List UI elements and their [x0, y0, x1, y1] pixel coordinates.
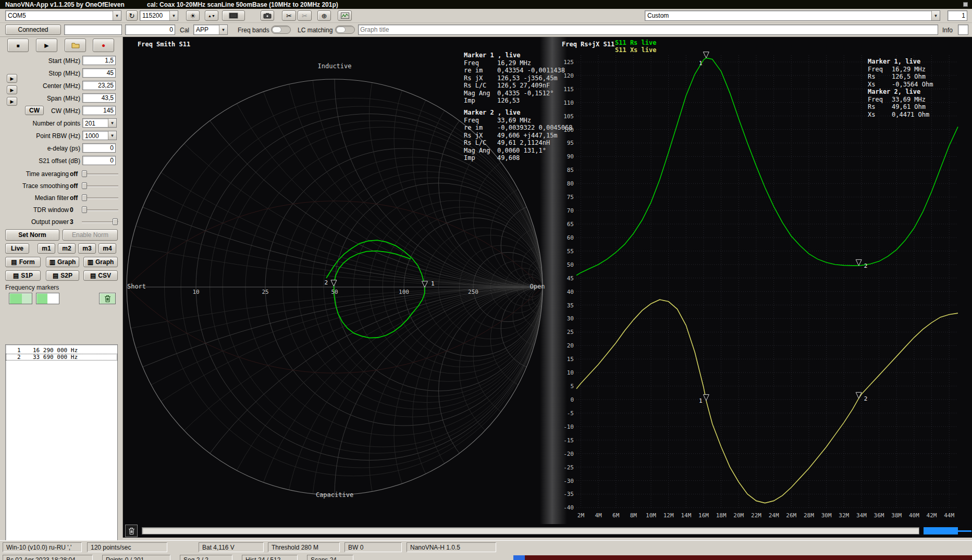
globe-button[interactable]: ⊕: [317, 10, 331, 21]
mem-m2-button[interactable]: m2: [58, 243, 76, 254]
median-filter-slider[interactable]: [82, 194, 118, 202]
slider-thumb[interactable]: [82, 170, 87, 177]
chevron-down-icon[interactable]: ▼: [219, 25, 227, 34]
cal-mode-select[interactable]: APP ▼: [193, 24, 228, 35]
s21-offset-input[interactable]: [82, 156, 116, 165]
status-scans: Scans 24: [307, 555, 353, 560]
open-folder-button[interactable]: [65, 39, 86, 52]
span-freq-input[interactable]: [82, 93, 116, 103]
status-points: Points 0 / 201: [102, 555, 170, 560]
scan-count-input[interactable]: [948, 10, 967, 21]
slider-thumb[interactable]: [82, 182, 87, 189]
split-button[interactable]: ✂: [282, 10, 296, 21]
legend-rs: S11 Rs live: [615, 39, 656, 46]
slider-thumb[interactable]: [82, 206, 87, 213]
marker-number: 2: [17, 354, 21, 360]
cw-freq-input[interactable]: [82, 106, 116, 115]
com-port-select[interactable]: COM5 ▼: [5, 10, 121, 21]
slider-thumb[interactable]: [113, 218, 118, 225]
svg-text:15: 15: [567, 356, 574, 363]
lc-matching-toggle[interactable]: [335, 26, 355, 34]
scan-scrollbar[interactable]: [142, 527, 919, 534]
screenshot-button[interactable]: [261, 10, 274, 21]
stop-button[interactable]: ■: [7, 39, 29, 52]
save-form-button[interactable]: ▤Form: [5, 257, 41, 267]
smith-capacitive-label: Capacitive: [316, 491, 353, 499]
smith-chart-title: Freq Smith S11: [138, 41, 190, 48]
mem-m4-button[interactable]: m4: [99, 243, 116, 254]
output-power-value: 3: [70, 218, 73, 226]
toolbar-row-1: COM5 ▼ ↻ 115200 ▼ ☀ ▲▼ ✂ ✂ ⊕ Custom ▼: [0, 9, 972, 23]
trace-smoothing-slider[interactable]: [82, 182, 118, 190]
smith-marker1-readout: Marker 1 , live Freq16,29 MHz re im0,433…: [464, 52, 565, 105]
play-button[interactable]: ▶: [36, 39, 57, 52]
start-freq-input[interactable]: [82, 56, 116, 65]
points-select[interactable]: 201 ▼: [82, 118, 117, 128]
status-rate: 120 points/sec: [87, 542, 167, 552]
chevron-down-icon[interactable]: ▼: [113, 11, 121, 20]
frequency-marker-list[interactable]: 1 16 290 000 Hz 2 33 690 000 Hz: [5, 344, 118, 560]
info-box[interactable]: [958, 24, 968, 35]
svg-text:2: 2: [324, 279, 328, 286]
record-button[interactable]: ●: [93, 39, 114, 52]
chevron-down-icon[interactable]: ▼: [169, 11, 178, 20]
waveform-button[interactable]: [338, 10, 352, 21]
svg-text:35: 35: [567, 302, 574, 309]
readout-title: Marker 1, live: [868, 58, 933, 66]
clear-trace-button[interactable]: [125, 525, 138, 537]
status-datetime: Вс 02 Apr 2023 18:28:04: [3, 555, 93, 560]
legend-xs: S11 Xs live: [615, 46, 656, 54]
marker2-color-swatch[interactable]: [36, 293, 59, 304]
baud-rate-select[interactable]: 115200 ▼: [140, 10, 178, 21]
chevron-down-icon[interactable]: ▼: [108, 119, 116, 127]
window-button[interactable]: [963, 2, 968, 7]
delete-markers-button[interactable]: [99, 293, 116, 304]
save-graph-button-1[interactable]: ▥Graph: [46, 257, 79, 267]
svg-text:65: 65: [567, 221, 574, 228]
svg-text:12M: 12M: [663, 512, 674, 519]
mem-live-button[interactable]: Live: [5, 243, 29, 254]
save-s2p-button[interactable]: ▤S2P: [46, 270, 79, 281]
status-device: NanoVNA-H 1.0.5: [407, 542, 496, 552]
preset-select[interactable]: Custom ▼: [645, 10, 940, 21]
marker-list-item[interactable]: 2 33 690 000 Hz: [6, 354, 117, 360]
cal-offset-input[interactable]: [125, 24, 175, 35]
marker-list-item[interactable]: 1 16 290 000 Hz: [6, 347, 117, 354]
time-averaging-slider[interactable]: [82, 170, 118, 178]
svg-text:40: 40: [567, 289, 574, 295]
command-input[interactable]: [64, 24, 122, 35]
updown-button[interactable]: ▲▼: [205, 10, 218, 21]
svg-text:80: 80: [567, 180, 574, 187]
marker1-color-swatch[interactable]: [9, 293, 32, 304]
detach-button[interactable]: ✂: [298, 10, 312, 21]
rbw-select[interactable]: 1000 ▼: [82, 131, 117, 140]
svg-text:16M: 16M: [698, 512, 709, 519]
slider-thumb[interactable]: [82, 194, 87, 201]
cal-mode-value: APP: [194, 25, 219, 34]
output-power-slider[interactable]: [82, 218, 118, 226]
refresh-ports-button[interactable]: ↻: [126, 10, 138, 21]
brightness-button[interactable]: ☀: [186, 10, 200, 21]
connected-button[interactable]: Connected: [5, 24, 61, 35]
set-norm-button[interactable]: Set Norm: [5, 229, 59, 241]
save-graph-button-2[interactable]: ▥Graph: [83, 257, 118, 267]
mem-m3-button[interactable]: m3: [78, 243, 96, 254]
save-s1p-button[interactable]: ▤S1P: [5, 270, 41, 281]
svg-text:18M: 18M: [716, 512, 727, 519]
cw-button[interactable]: CW: [25, 106, 44, 115]
chevron-down-icon[interactable]: ▼: [931, 11, 940, 20]
mem-m1-button[interactable]: m1: [38, 243, 55, 254]
center-freq-input[interactable]: [82, 81, 116, 90]
enable-norm-button[interactable]: Enable Norm: [63, 229, 118, 241]
tdr-window-slider[interactable]: [82, 206, 118, 214]
display-button[interactable]: [222, 10, 245, 21]
down-arrow-icon: ▼: [212, 14, 215, 18]
save-csv-button[interactable]: ▤CSV: [83, 270, 118, 281]
svg-text:70: 70: [567, 207, 574, 214]
rbw-label: Point RBW (Hz): [36, 132, 80, 140]
chevron-down-icon[interactable]: ▼: [108, 131, 116, 140]
graph-title-input[interactable]: [358, 24, 938, 35]
freq-bands-toggle[interactable]: [271, 26, 291, 34]
stop-freq-input[interactable]: [82, 68, 116, 78]
edelay-input[interactable]: [82, 143, 116, 153]
